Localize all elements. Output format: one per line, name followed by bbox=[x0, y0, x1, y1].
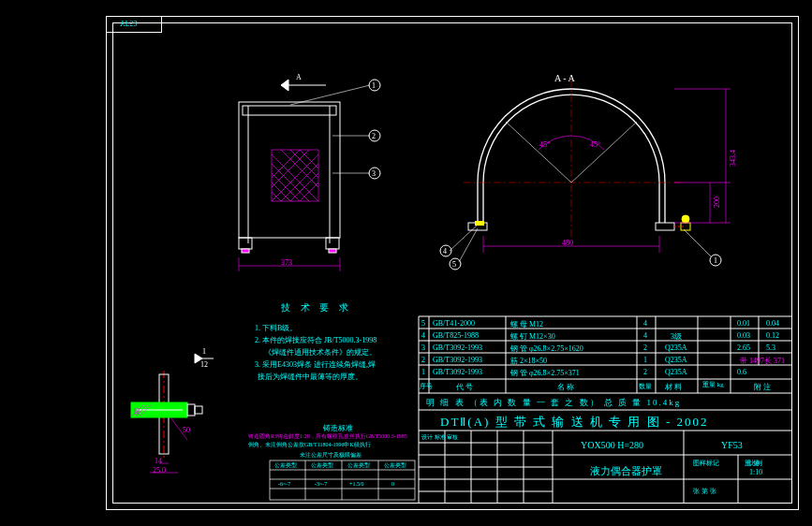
r4c4: 4 bbox=[643, 331, 647, 340]
r3c7: 5.3 bbox=[766, 343, 775, 352]
part-name: 液力偶合器护罩 bbox=[590, 464, 662, 478]
r2c4: 1 bbox=[643, 356, 647, 364]
svg-line-45 bbox=[684, 229, 712, 257]
r1c4: 2 bbox=[643, 368, 647, 376]
tr-l2b: 《焊缝件通用技术条件》的规定。 bbox=[264, 347, 376, 358]
r4c6: 0.03 bbox=[737, 331, 750, 340]
arrow-A: A bbox=[296, 73, 302, 81]
r1c5: Q235A bbox=[665, 368, 687, 376]
svg-line-36 bbox=[571, 122, 637, 183]
r4c5: 3级 bbox=[671, 331, 682, 342]
svg-point-40 bbox=[682, 215, 689, 223]
leader-1: 1 bbox=[372, 81, 376, 90]
svg-rect-38 bbox=[656, 223, 674, 230]
main-title: DTⅡ(A) 型 带 式 输 送 机 专 用 图 - 2002 bbox=[440, 414, 708, 431]
r3c6: 2.65 bbox=[737, 343, 750, 352]
scale-label: 比例 bbox=[749, 459, 762, 468]
leader-4: 4 bbox=[443, 247, 447, 256]
scale-top: 1 bbox=[202, 347, 206, 356]
h-detail: 明 细 表 （表 内 数 量 一 套 之 数） 总 质 量 10.4kg bbox=[426, 397, 681, 409]
tol-c2: 公差类型 bbox=[311, 461, 333, 470]
leader-3: 3 bbox=[372, 169, 376, 178]
svg-rect-0 bbox=[239, 102, 340, 238]
scale-bot: 12 bbox=[200, 360, 208, 369]
h-mat: 材 料 bbox=[665, 382, 682, 392]
r3c4: 2 bbox=[643, 343, 647, 352]
svg-rect-19 bbox=[239, 238, 252, 249]
leader-5: 5 bbox=[452, 260, 456, 269]
dim-343: 343.4 bbox=[729, 150, 737, 167]
svg-line-18 bbox=[272, 150, 300, 178]
r1c3: 钢 管 φ26.8×2.75×371 bbox=[510, 368, 580, 378]
model: YOX500 H=280 bbox=[581, 440, 643, 450]
drawing-no: YF53 bbox=[721, 440, 743, 450]
pict-label: 图样标记 bbox=[693, 459, 719, 468]
tb-l1: 设计 标准 审核 bbox=[421, 433, 458, 442]
tol-c3: 公差类型 bbox=[347, 461, 370, 470]
h-idx: 序号 bbox=[420, 382, 433, 391]
tol-sub: 未注公差尺寸及极限偏差 bbox=[300, 451, 362, 460]
svg-line-10 bbox=[281, 150, 318, 187]
svg-rect-1 bbox=[243, 106, 336, 115]
svg-line-35 bbox=[506, 122, 571, 183]
r5c4: 4 bbox=[643, 319, 647, 328]
svg-rect-4 bbox=[272, 150, 318, 201]
tol-v2: -3~-7 bbox=[315, 481, 327, 487]
dim-14: 14 bbox=[155, 457, 162, 465]
techreq-title: 技 术 要 求 bbox=[281, 301, 352, 314]
r3c5: Q235A bbox=[665, 343, 687, 352]
tol-l1: 铸造圆角R3铸造斜度1:20，所有螺纹孔攻丝执行GB/T5000.3-1985 bbox=[248, 432, 407, 441]
h-code: 代 号 bbox=[456, 382, 473, 392]
svg-line-11 bbox=[290, 150, 318, 178]
h-name: 名 称 bbox=[557, 382, 574, 392]
r1c2: GB/T3092-1993 bbox=[433, 368, 482, 376]
leader-1b: 1 bbox=[714, 256, 717, 265]
r5c1: 5 bbox=[421, 319, 425, 328]
tol-l2: 倒角、未注倒角公差按GB/T11804-1996中K级执行 bbox=[248, 441, 371, 449]
dim-50: 50 bbox=[183, 426, 190, 434]
r2c1: 2 bbox=[421, 356, 425, 364]
r2c7: 带 1497长 371 bbox=[740, 356, 785, 366]
r2c5: Q235A bbox=[665, 356, 687, 364]
r5c3: 螺 母 M12 bbox=[510, 319, 543, 329]
svg-line-43 bbox=[450, 225, 478, 251]
svg-rect-20 bbox=[326, 238, 339, 249]
r5c7: 0.04 bbox=[766, 319, 779, 328]
ang-45-l: 45° bbox=[539, 140, 550, 149]
tol-c1: 公差类型 bbox=[274, 461, 297, 470]
drawing-svg bbox=[0, 0, 812, 526]
r3c1: 3 bbox=[421, 343, 425, 352]
r5c6: 0.01 bbox=[737, 319, 750, 328]
section-title: A - A bbox=[554, 73, 575, 83]
r1c1: 1 bbox=[421, 368, 425, 376]
dim-48: 48 bbox=[133, 408, 141, 416]
tr-l3: 3. 采用E4303焊条 进行连续角焊缝,焊 bbox=[255, 359, 376, 370]
tol-v4: 0 bbox=[391, 481, 394, 487]
svg-line-12 bbox=[300, 150, 318, 168]
svg-rect-60 bbox=[187, 404, 195, 416]
r4c1: 4 bbox=[421, 331, 425, 340]
tol-v3: +1.5/0 bbox=[349, 481, 364, 487]
tr-l2: 2. 本件的焊接应符合 JB/T5000.3-1998 bbox=[255, 335, 376, 345]
r3c2: GB/T3092-1993 bbox=[433, 343, 482, 352]
r2c3: 筋 2×18×50 bbox=[510, 356, 547, 366]
r2c2: GB/T3092-1993 bbox=[433, 356, 482, 364]
svg-rect-61 bbox=[195, 406, 202, 414]
ang-45-r: 45° bbox=[590, 140, 600, 149]
h-note: 附 注 bbox=[754, 382, 771, 392]
h-qty: 数量 bbox=[639, 382, 652, 391]
page: 张 第 张 bbox=[693, 487, 716, 496]
r4c2: GB/T825-1988 bbox=[433, 331, 479, 340]
leader-2: 2 bbox=[372, 132, 376, 140]
r1c6: 0.6 bbox=[737, 368, 746, 376]
svg-line-17 bbox=[272, 150, 309, 187]
dim-25: 25.0 bbox=[153, 466, 166, 475]
h-wt: 重量 kg bbox=[702, 380, 724, 389]
r5c2: GB/T41-2000 bbox=[433, 319, 475, 328]
r3c3: 钢 管 φ26.8×2.75×1620 bbox=[510, 343, 583, 354]
svg-rect-42 bbox=[475, 221, 484, 226]
svg-rect-22 bbox=[329, 249, 336, 253]
tol-c4: 公差类型 bbox=[384, 461, 406, 470]
scale: 1:10 bbox=[749, 468, 762, 476]
r4c3: 螺 钉 M12×30 bbox=[510, 331, 555, 342]
